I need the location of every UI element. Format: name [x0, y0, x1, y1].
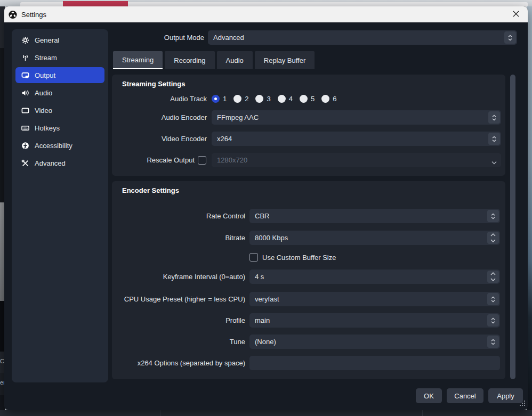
- custom-buffer-checkbox[interactable]: [249, 253, 258, 262]
- audio-encoder-row: Audio Encoder FFmpeg AAC: [112, 110, 501, 125]
- video-encoder-row: Video Encoder x264: [112, 132, 501, 146]
- window-title: Settings: [21, 11, 46, 19]
- radio-icon: [321, 95, 329, 103]
- tab-replay-buffer[interactable]: Replay Buffer: [255, 51, 315, 69]
- rescale-output-row: Rescale Output 1280x720: [112, 153, 501, 167]
- audio-track-label: Audio Track: [112, 95, 207, 103]
- bitrate-value: 8000 Kbps: [255, 234, 288, 242]
- audio-encoder-value: FFmpeg AAC: [217, 113, 259, 121]
- chevron-up-down-icon: [487, 314, 499, 327]
- audio-encoder-select[interactable]: FFmpeg AAC: [212, 110, 501, 125]
- output-icon: [21, 71, 29, 79]
- bitrate-spinbox[interactable]: 8000 Kbps: [249, 231, 500, 245]
- custom-buffer-label: Use Custom Buffer Size: [262, 254, 336, 262]
- radio-icon: [233, 95, 241, 103]
- sidebar-item-label: Hotkeys: [35, 124, 60, 132]
- cpu-preset-value: veryfast: [255, 295, 279, 303]
- sidebar-item-label: Accessibility: [35, 142, 72, 150]
- sidebar-item-label: Output: [35, 71, 55, 79]
- encoder-settings-title: Encoder Settings: [122, 186, 179, 194]
- background-red-bar: [63, 1, 128, 6]
- background-divider: [160, 410, 160, 416]
- audio-track-option-6[interactable]: 6: [321, 95, 336, 103]
- sidebar-item-audio[interactable]: Audio: [15, 85, 104, 101]
- audio-track-row: Audio Track 1 2 3 4: [112, 92, 336, 106]
- profile-select[interactable]: main: [249, 313, 500, 328]
- sidebar-item-hotkeys[interactable]: Hotkeys: [15, 120, 104, 136]
- background-divider: [422, 410, 423, 416]
- titlebar[interactable]: Settings: [4, 6, 528, 22]
- keyframe-interval-label: Keyframe Interval (0=auto): [112, 273, 245, 281]
- streaming-settings-panel: Streaming Settings Audio Track 1 2 3: [112, 75, 505, 176]
- radio-icon: [278, 95, 286, 103]
- chevron-up-down-icon: [488, 133, 500, 145]
- spinner-arrows-icon[interactable]: [487, 271, 499, 283]
- tab-recording[interactable]: Recording: [165, 51, 214, 69]
- radio-checked-icon: [212, 95, 220, 103]
- video-encoder-select[interactable]: x264: [212, 132, 501, 146]
- keyframe-interval-row: Keyframe Interval (0=auto) 4 s: [112, 270, 500, 284]
- tune-value: (None): [255, 338, 276, 346]
- close-button[interactable]: [509, 7, 523, 21]
- radio-icon: [300, 95, 308, 103]
- tab-streaming[interactable]: Streaming: [113, 51, 163, 69]
- cpu-preset-row: CPU Usage Preset (higher = less CPU) ver…: [112, 292, 500, 306]
- x264-options-label: x264 Options (separated by space): [112, 359, 245, 367]
- chevron-up-down-icon: [504, 31, 516, 44]
- content-scrollbar[interactable]: [510, 75, 515, 379]
- tune-row: Tune (None): [112, 335, 500, 349]
- obs-logo-icon: [9, 10, 17, 19]
- video-encoder-label: Video Encoder: [112, 135, 207, 143]
- sidebar-item-stream[interactable]: Stream: [15, 50, 104, 66]
- desktop-background-bottom: [0, 410, 532, 416]
- output-tabs: Streaming Recording Audio Replay Buffer: [113, 51, 315, 69]
- ok-button[interactable]: OK: [416, 388, 442, 403]
- audio-track-option-5[interactable]: 5: [300, 95, 315, 103]
- rate-control-label: Rate Control: [112, 212, 245, 220]
- audio-track-option-2[interactable]: 2: [233, 95, 248, 103]
- rescale-resolution-select[interactable]: 1280x720: [212, 153, 501, 167]
- keyframe-interval-value: 4 s: [255, 273, 264, 281]
- sidebar-item-label: Video: [35, 107, 52, 115]
- sidebar-item-label: Stream: [35, 54, 57, 62]
- spinner-arrows-icon[interactable]: [487, 232, 499, 244]
- settings-window: Settings General: [4, 6, 528, 410]
- apply-button[interactable]: Apply: [488, 388, 523, 403]
- resize-grip[interactable]: [520, 398, 525, 408]
- tune-select[interactable]: (None): [249, 335, 500, 349]
- x264-options-input[interactable]: [249, 356, 500, 370]
- output-mode-select[interactable]: Advanced: [208, 30, 517, 45]
- keyframe-interval-spinbox[interactable]: 4 s: [249, 270, 500, 284]
- audio-track-option-4[interactable]: 4: [278, 95, 293, 103]
- sidebar-item-label: Audio: [35, 89, 52, 97]
- rescale-resolution-value: 1280x720: [217, 156, 247, 164]
- output-mode-value: Advanced: [213, 34, 244, 42]
- custom-buffer-row[interactable]: Use Custom Buffer Size: [249, 252, 336, 263]
- gear-icon: [21, 36, 29, 44]
- sidebar-item-advanced[interactable]: Advanced: [15, 155, 104, 171]
- monitor-icon: [21, 106, 29, 115]
- tab-audio[interactable]: Audio: [217, 51, 253, 69]
- x264-options-row: x264 Options (separated by space): [112, 356, 500, 370]
- sidebar-item-general[interactable]: General: [15, 32, 104, 48]
- chevron-up-down-icon: [487, 336, 499, 348]
- audio-track-option-1[interactable]: 1: [212, 95, 227, 103]
- sidebar-item-video[interactable]: Video: [15, 102, 104, 118]
- rescale-output-checkbox[interactable]: [198, 156, 206, 165]
- cpu-preset-label: CPU Usage Preset (higher = less CPU): [112, 295, 245, 303]
- speaker-icon: [21, 88, 29, 97]
- sidebar-item-output[interactable]: Output: [15, 67, 104, 83]
- broadcast-icon: [21, 53, 29, 62]
- audio-track-radio-group: 1 2 3 4 5: [212, 95, 336, 103]
- profile-row: Profile main: [112, 313, 500, 328]
- output-mode-label: Output Mode: [111, 30, 204, 45]
- sidebar-item-accessibility[interactable]: Accessibility: [15, 137, 104, 153]
- cancel-button[interactable]: Cancel: [447, 388, 483, 403]
- chevron-down-icon: [491, 158, 497, 166]
- cpu-preset-select[interactable]: veryfast: [249, 292, 500, 306]
- audio-track-option-3[interactable]: 3: [255, 95, 270, 103]
- bitrate-label: Bitrate: [112, 234, 245, 242]
- profile-label: Profile: [112, 316, 245, 324]
- rescale-output-label: Rescale Output: [112, 156, 195, 164]
- rate-control-select[interactable]: CBR: [249, 209, 500, 223]
